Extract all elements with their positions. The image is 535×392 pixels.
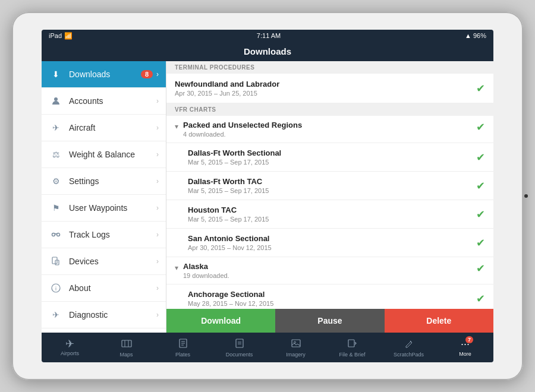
- list-item-content: Dallas-Ft Worth Sectional Mar 5, 2015 – …: [188, 148, 471, 166]
- more-badge-container: ··· 7: [461, 339, 470, 350]
- group-title: Packed and Unselected Regions: [183, 121, 471, 129]
- tab-label-imagery: Imagery: [286, 352, 306, 358]
- list-item-content: San Antonio Sectional Apr 30, 2015 – Nov…: [188, 234, 471, 251]
- sidebar-label-weight-balance: Weight & Balance: [69, 150, 156, 159]
- group-item-packed[interactable]: ▾ Packed and Unselected Regions 4 downlo…: [166, 116, 493, 143]
- maps-icon: [121, 338, 132, 350]
- tab-imagery[interactable]: Imagery: [268, 333, 324, 362]
- file-brief-icon: [347, 338, 358, 350]
- svg-rect-7: [122, 340, 131, 347]
- downloads-badge: 8: [141, 70, 153, 78]
- sidebar-item-about[interactable]: i About ›: [42, 275, 166, 302]
- sub-item-anchorage-sectional[interactable]: Anchorage Sectional May 28, 2015 – Nov 1…: [166, 284, 493, 309]
- sidebar-item-diagnostic[interactable]: ✈ Diagnostic ›: [42, 302, 166, 328]
- sidebar-item-aircraft[interactable]: ✈ Aircraft ›: [42, 115, 166, 141]
- track-logs-icon: [49, 227, 63, 242]
- diagnostic-icon: ✈: [49, 308, 63, 322]
- tab-maps[interactable]: Maps: [98, 333, 155, 362]
- device-label: iPad: [49, 32, 62, 39]
- delete-button[interactable]: Delete: [385, 309, 493, 333]
- list-item-content: Anchorage Sectional May 28, 2015 – Nov 1…: [188, 290, 471, 307]
- status-right: ▲ 96%: [465, 32, 486, 39]
- tab-label-more: More: [459, 351, 471, 357]
- item-title: Dallas-Ft Worth Sectional: [188, 148, 471, 157]
- tab-label-documents: Documents: [226, 352, 253, 358]
- tab-scratchpads[interactable]: ScratchPads: [380, 333, 437, 362]
- content-area: TERMINAL PROCEDURES Newfoundland and Lab…: [166, 61, 493, 309]
- item-title: Anchorage Sectional: [188, 290, 471, 299]
- status-bar: iPad 📶 7:11 AM ▲ 96%: [42, 30, 493, 42]
- sub-item-dallas-tac[interactable]: Dallas-Ft Worth TAC Mar 5, 2015 – Sep 17…: [166, 172, 493, 200]
- group-subtitle: 19 downloaded.: [183, 272, 471, 279]
- group-title: Alaska: [183, 262, 471, 271]
- tab-airports[interactable]: ✈ Airports: [42, 333, 98, 362]
- scratchpads-icon: [404, 338, 414, 350]
- wifi-icon: 📶: [64, 32, 73, 40]
- svg-rect-17: [348, 340, 354, 347]
- group-content: Alaska 19 downloaded.: [183, 262, 471, 279]
- tab-label-file-brief: File & Brief: [339, 352, 365, 358]
- status-time: 7:11 AM: [257, 32, 281, 39]
- sidebar-item-user-waypoints[interactable]: ⚑ User Waypoints ›: [42, 195, 166, 222]
- chevron-down-icon: ▾: [175, 264, 178, 272]
- imagery-icon: [291, 338, 301, 350]
- group-item-alaska[interactable]: ▾ Alaska 19 downloaded. ✔: [166, 257, 493, 284]
- sidebar-item-settings[interactable]: ⚙ Settings ›: [42, 168, 166, 195]
- sidebar-item-devices[interactable]: Devices ›: [42, 248, 166, 275]
- list-item-newfoundland[interactable]: Newfoundland and Labrador Apr 30, 2015 –…: [166, 74, 493, 103]
- tab-label-scratchpads: ScratchPads: [394, 352, 424, 358]
- tab-more[interactable]: ··· 7 More: [437, 333, 493, 362]
- section-header-terminal: TERMINAL PROCEDURES: [166, 61, 493, 74]
- chevron-right-icon: ›: [156, 257, 159, 265]
- check-icon: ✔: [476, 262, 485, 275]
- check-icon: ✔: [476, 151, 485, 164]
- pause-button[interactable]: Pause: [275, 309, 384, 333]
- sidebar-label-track-logs: Track Logs: [69, 230, 156, 239]
- tab-documents[interactable]: Documents: [211, 333, 268, 362]
- sidebar-label-settings: Settings: [69, 176, 156, 186]
- item-title: Dallas-Ft Worth TAC: [188, 177, 471, 186]
- download-button[interactable]: Download: [166, 309, 275, 333]
- documents-icon: [234, 338, 245, 350]
- sidebar-label-diagnostic: Diagnostic: [69, 310, 156, 320]
- sidebar-item-track-logs[interactable]: Track Logs ›: [42, 222, 166, 248]
- tablet-device: iPad 📶 7:11 AM ▲ 96% Downloads ⬇ Downloa…: [12, 12, 523, 380]
- chevron-right-icon: ›: [156, 70, 159, 78]
- settings-icon: ⚙: [49, 174, 63, 188]
- item-subtitle: Apr 30, 2015 – Jun 25, 2015: [175, 90, 471, 97]
- chevron-right-icon: ›: [156, 150, 159, 159]
- tab-label-maps: Maps: [119, 352, 133, 358]
- sidebar-item-accounts[interactable]: Accounts ›: [42, 88, 166, 115]
- weight-balance-icon: ⚖: [49, 147, 63, 162]
- list-item-content: Dallas-Ft Worth TAC Mar 5, 2015 – Sep 17…: [188, 177, 471, 194]
- svg-rect-15: [292, 340, 300, 347]
- tab-label-airports: Airports: [61, 350, 79, 356]
- sidebar-label-about: About: [69, 283, 156, 293]
- tab-file-brief[interactable]: File & Brief: [324, 333, 380, 362]
- sidebar-item-weight-balance[interactable]: ⚖ Weight & Balance ›: [42, 141, 166, 168]
- sub-item-houston-tac[interactable]: Houston TAC Mar 5, 2015 – Sep 17, 2015 ✔: [166, 200, 493, 229]
- status-left: iPad 📶: [49, 32, 73, 40]
- item-subtitle: Mar 5, 2015 – Sep 17, 2015: [188, 187, 471, 194]
- list-item-content: Houston TAC Mar 5, 2015 – Sep 17, 2015: [188, 206, 471, 223]
- item-title: San Antonio Sectional: [188, 234, 471, 243]
- sidebar-label-downloads: Downloads: [69, 69, 141, 79]
- check-icon: ✔: [476, 179, 485, 192]
- sub-item-dallas-sectional[interactable]: Dallas-Ft Worth Sectional Mar 5, 2015 – …: [166, 143, 493, 172]
- chevron-right-icon: ›: [156, 204, 159, 212]
- svg-rect-12: [236, 339, 243, 347]
- item-subtitle: Apr 30, 2015 – Nov 12, 2015: [188, 244, 471, 251]
- chevron-down-icon: ▾: [175, 122, 178, 131]
- tab-bar: ✈ Airports Maps Plates Documents: [42, 333, 493, 362]
- svg-text:i: i: [55, 286, 56, 292]
- accounts-icon: [49, 94, 63, 108]
- action-bar: Download Pause Delete: [166, 309, 493, 333]
- sidebar-item-downloads[interactable]: ⬇ Downloads 8 ›: [42, 61, 166, 88]
- item-title: Newfoundland and Labrador: [175, 80, 471, 88]
- list-item-content: Newfoundland and Labrador Apr 30, 2015 –…: [175, 80, 471, 97]
- sub-item-san-antonio[interactable]: San Antonio Sectional Apr 30, 2015 – Nov…: [166, 229, 493, 257]
- tab-label-plates: Plates: [175, 352, 190, 358]
- tab-plates[interactable]: Plates: [155, 333, 211, 362]
- check-icon: ✔: [476, 292, 485, 305]
- chevron-right-icon: ›: [156, 230, 159, 239]
